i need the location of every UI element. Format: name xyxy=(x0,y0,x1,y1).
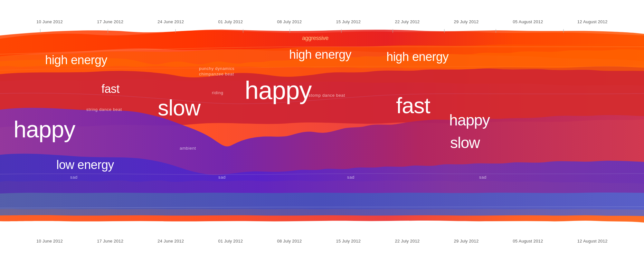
chart-container: 10 June 201217 June 201224 June 201201 J… xyxy=(0,0,644,258)
tick-top-1: 17 June 2012 xyxy=(97,19,123,24)
tick-bottom-2: 24 June 2012 xyxy=(157,239,184,243)
timeline-bottom: 10 June 201217 June 201224 June 201201 J… xyxy=(0,239,644,243)
tick-top-2: 24 June 2012 xyxy=(157,19,184,24)
tick-bottom-7: 29 July 2012 xyxy=(454,239,479,243)
tick-bottom-1: 17 June 2012 xyxy=(97,239,123,243)
tick-bottom-0: 10 June 2012 xyxy=(36,239,63,243)
tick-top-6: 22 July 2012 xyxy=(395,19,420,24)
tick-bottom-6: 22 July 2012 xyxy=(395,239,420,243)
tick-bottom-8: 05 August 2012 xyxy=(513,239,543,243)
tick-top-9: 12 August 2012 xyxy=(577,19,608,24)
tick-bottom-5: 15 July 2012 xyxy=(336,239,361,243)
tick-top-5: 15 July 2012 xyxy=(336,19,361,24)
tick-bottom-4: 08 July 2012 xyxy=(277,239,302,243)
tick-top-8: 05 August 2012 xyxy=(513,19,543,24)
tick-bottom-9: 12 August 2012 xyxy=(577,239,608,243)
timeline-top: 10 June 201217 June 201224 June 201201 J… xyxy=(0,19,644,24)
tick-bottom-3: 01 July 2012 xyxy=(218,239,243,243)
tick-top-7: 29 July 2012 xyxy=(454,19,479,24)
tick-top-0: 10 June 2012 xyxy=(36,19,63,24)
stream-chart xyxy=(0,29,644,229)
tick-top-3: 01 July 2012 xyxy=(218,19,243,24)
tick-top-4: 08 July 2012 xyxy=(277,19,302,24)
